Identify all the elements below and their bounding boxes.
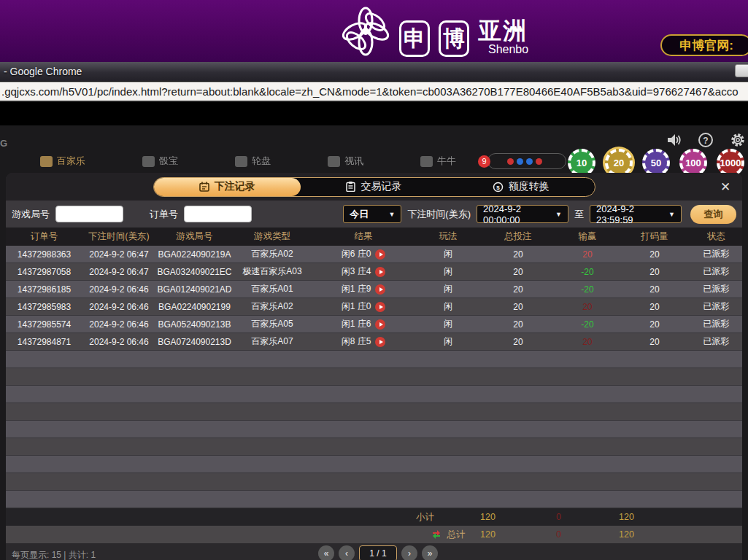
col-bet-time: 下注时间(美东) — [82, 230, 155, 243]
browser-titlebar[interactable]: - Google Chrome — [0, 62, 748, 82]
pagination-band: 每页显示: 15 | 共计: 1 « ‹ 1 / 1 › » — [6, 543, 742, 560]
cell-round-no: BGA02240902199 — [155, 302, 234, 312]
volume-icon[interactable] — [666, 132, 682, 148]
tab-label: 下注记录 — [215, 180, 255, 193]
cell-game-type: 极速百家乐A03 — [234, 265, 311, 278]
help-icon[interactable]: ? — [698, 132, 714, 148]
notification-group: 9 — [478, 153, 566, 169]
col-status: 状态 — [690, 230, 742, 243]
game-round-input[interactable] — [55, 206, 123, 222]
modal-tab-band: 下注记录 交易记录 $ 额度转换 — [6, 173, 742, 201]
cell-result: 闲8 庄5 — [311, 335, 416, 348]
table-header: 订单号 下注时间(美东) 游戏局号 游戏类型 结果 玩法 总投注 输赢 打码量 … — [6, 228, 742, 246]
prev-page-button[interactable]: ‹ — [339, 545, 355, 560]
tab-bet-records[interactable]: 下注记录 — [154, 178, 301, 196]
result-text: 闲3 庄4 — [342, 265, 371, 278]
logo-char-box: 申 — [399, 20, 430, 57]
game-icon — [235, 156, 247, 167]
subtotal-row: 小计 120 0 120 — [6, 508, 742, 526]
cell-order-no: 14372985574 — [6, 319, 82, 330]
nav-item-baccarat[interactable]: 百家乐 — [40, 155, 85, 168]
cell-game-type: 百家乐A01 — [234, 283, 311, 295]
game-icon — [328, 156, 340, 167]
empty-row — [6, 351, 742, 368]
search-button[interactable]: 查询 — [690, 205, 736, 224]
tab-quota-transfer[interactable]: $ 额度转换 — [447, 178, 594, 196]
cell-game-type: 百家乐A05 — [234, 318, 311, 330]
date-from-select[interactable]: 2024-9-2 00:00:00 ▼ — [477, 205, 568, 223]
cell-total-bet: 20 — [480, 302, 556, 312]
nav-item-live[interactable]: 视讯 — [328, 155, 363, 168]
replay-icon[interactable] — [375, 319, 385, 330]
empty-row — [6, 403, 742, 421]
first-page-button[interactable]: « — [318, 545, 334, 560]
logo-char: 申 — [404, 24, 425, 54]
table-row: 14372987058 2024-9-2 06:47 BGA032409021E… — [6, 263, 742, 281]
order-no-input[interactable] — [184, 206, 252, 222]
logo-char: 博 — [443, 24, 465, 54]
replay-icon[interactable] — [375, 337, 385, 347]
coin-transfer-icon: $ — [493, 182, 504, 192]
tab-label: 交易记录 — [360, 180, 401, 193]
empty-row — [6, 368, 742, 386]
empty-row — [6, 473, 742, 491]
table-row: 14372984871 2024-9-2 06:46 BGA0724090213… — [6, 333, 742, 351]
total-win-loss: 0 — [556, 529, 619, 540]
col-order-no: 订单号 — [6, 230, 82, 243]
cell-round-no: BGA032409021EC — [155, 267, 234, 277]
cell-total-bet: 20 — [480, 319, 556, 330]
table-row: 14372986185 2024-9-2 06:46 BGA012409021A… — [6, 281, 742, 298]
window-control-button[interactable] — [735, 64, 748, 77]
cell-win-loss: -20 — [556, 267, 619, 277]
cell-volume: 20 — [619, 284, 690, 295]
refresh-swap-icon[interactable] — [431, 529, 442, 540]
date-to-select[interactable]: 2024-9-2 23:59:59 ▼ — [590, 205, 682, 223]
total-row: 总计 120 0 120 — [6, 526, 742, 543]
tray-dot — [517, 158, 523, 165]
browser-urlbar[interactable]: .gqjcxs.com/h5V01/pc/index.html?return=a… — [0, 82, 748, 102]
cell-volume: 20 — [619, 267, 690, 277]
cell-result: 闲6 庄0 — [311, 248, 416, 260]
close-icon[interactable]: ✕ — [717, 179, 733, 195]
table-row: 14372985574 2024-9-2 06:46 BGA0524090213… — [6, 316, 742, 333]
tab-transaction-records[interactable]: 交易记录 — [301, 178, 447, 196]
game-nav: 百家乐 骰宝 轮盘 视讯 牛牛 — [40, 155, 456, 168]
result-text: 闲8 庄5 — [342, 335, 371, 348]
calendar-icon — [199, 182, 209, 192]
col-total-bet: 总投注 — [480, 230, 556, 243]
official-site-button[interactable]: 申博官网: — [660, 34, 748, 56]
logo-wordmark: 亚洲 Shenbo — [478, 19, 528, 55]
cell-bet-time: 2024-9-2 06:47 — [82, 249, 155, 260]
col-result: 结果 — [311, 230, 416, 243]
replay-icon[interactable] — [375, 302, 385, 312]
cell-win-loss: 20 — [556, 249, 619, 260]
url-text[interactable]: .gqjcxs.com/h5V01/pc/index.html?return=a… — [0, 85, 738, 98]
svg-text:$: $ — [496, 184, 500, 190]
cell-play: 闲 — [416, 318, 480, 330]
nav-item-roulette[interactable]: 轮盘 — [235, 155, 271, 168]
cell-play: 闲 — [416, 300, 480, 313]
replay-icon[interactable] — [375, 284, 385, 295]
date-range-select[interactable]: 今日 ▼ — [343, 205, 401, 223]
next-page-button[interactable]: › — [401, 545, 417, 560]
nav-item-niuniu[interactable]: 牛牛 — [420, 155, 456, 168]
cell-order-no: 14372985983 — [6, 302, 82, 312]
logo-region-text: 亚洲 — [478, 19, 528, 42]
nav-label: 视讯 — [344, 155, 363, 168]
site-logo: 申 博 亚洲 Shenbo — [332, 4, 528, 60]
nav-item-sicbo[interactable]: 骰宝 — [142, 155, 178, 168]
site-banner: 申 博 亚洲 Shenbo 申博官网: — [0, 0, 748, 62]
date-to-value: 2024-9-2 23:59:59 — [596, 203, 661, 225]
chip-tray[interactable] — [487, 153, 566, 169]
tray-dot — [536, 158, 542, 165]
last-page-button[interactable]: » — [422, 545, 438, 560]
cell-order-no: 14372984871 — [6, 337, 82, 347]
replay-icon[interactable] — [375, 249, 385, 260]
window-title: - Google Chrome — [0, 66, 82, 77]
tray-dot — [526, 158, 533, 165]
cell-bet-time: 2024-9-2 06:46 — [82, 284, 155, 295]
replay-icon[interactable] — [375, 267, 385, 277]
gear-icon[interactable] — [730, 132, 746, 148]
cell-round-no: BGA0724090213D — [155, 337, 234, 347]
logo-latin-text: Shenbo — [478, 44, 528, 55]
